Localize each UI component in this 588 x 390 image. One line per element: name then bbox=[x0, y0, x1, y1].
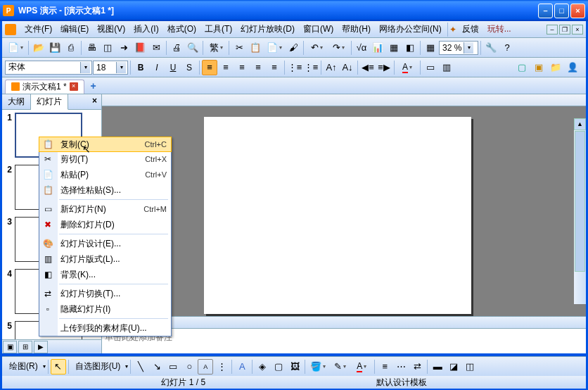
indent-button[interactable]: ≡▶ bbox=[376, 60, 392, 75]
select-button[interactable]: ↖ bbox=[51, 359, 66, 375]
add-tab-button[interactable]: + bbox=[87, 80, 100, 93]
bold-button[interactable]: B bbox=[133, 60, 148, 75]
vtext-button[interactable]: ⋮ bbox=[214, 359, 229, 375]
doc-close-button[interactable]: × bbox=[70, 82, 78, 91]
textcolor-button[interactable]: A bbox=[351, 359, 372, 375]
pdf-button[interactable]: 📕 bbox=[132, 40, 148, 56]
open-button[interactable]: 📂 bbox=[31, 40, 46, 56]
font-combo[interactable]: 宋体▾ bbox=[5, 61, 92, 75]
print-button[interactable]: 🖶 bbox=[84, 40, 99, 56]
mdi-restore[interactable]: ❐ bbox=[559, 25, 570, 34]
image-button[interactable]: 🖼 bbox=[287, 359, 302, 375]
cm-pastespecial[interactable]: 📋选择性粘贴(S)... bbox=[39, 182, 171, 198]
menu-format[interactable]: 格式(O) bbox=[163, 22, 200, 37]
align-center-button[interactable]: ≡ bbox=[218, 60, 234, 75]
mdi-minimize[interactable]: – bbox=[547, 25, 558, 34]
menu-slideshow[interactable]: 幻灯片放映(D) bbox=[236, 22, 299, 37]
menu-logo[interactable] bbox=[5, 24, 16, 35]
cm-background[interactable]: ◧背景(K)... bbox=[39, 267, 171, 282]
preview-button[interactable]: 🔍 bbox=[185, 40, 200, 56]
underline-button[interactable]: U bbox=[165, 60, 181, 75]
menu-window[interactable]: 窗口(W) bbox=[299, 22, 338, 37]
bullets-button[interactable]: ⋮≡ bbox=[287, 60, 302, 75]
menu-netspace[interactable]: 网络办公空间(N) bbox=[375, 22, 446, 37]
mail-button[interactable]: ✉ bbox=[148, 40, 164, 56]
lineweight-button[interactable]: ≡ bbox=[377, 359, 392, 375]
shadow-button[interactable]: S bbox=[181, 60, 197, 75]
maximize-button[interactable]: □ bbox=[554, 4, 569, 18]
menu-file[interactable]: 文件(F) bbox=[20, 22, 56, 37]
rect-button[interactable]: ▭ bbox=[165, 359, 181, 375]
tools-button[interactable]: 🔧 bbox=[483, 40, 499, 56]
cm-paste[interactable]: 📄粘贴(P)Ctrl+V bbox=[39, 167, 171, 182]
align-dist-button[interactable]: ≡ bbox=[267, 60, 282, 75]
autoshapes-menu[interactable]: 自选图形(U) bbox=[71, 359, 125, 374]
align-left-button[interactable]: ≡ bbox=[202, 60, 217, 75]
align-justify-button[interactable]: ≡ bbox=[250, 60, 266, 75]
print2-button[interactable]: 🖨 bbox=[169, 40, 184, 56]
undo-button[interactable]: ↶ bbox=[306, 40, 327, 56]
cm-transition[interactable]: ⇄幻灯片切换(T)... bbox=[39, 286, 171, 301]
sidetool3[interactable]: 📁 bbox=[548, 60, 563, 75]
3d-button[interactable]: ◫ bbox=[462, 359, 478, 375]
brush-button[interactable]: 🖌 bbox=[286, 40, 301, 56]
numbering-button[interactable]: ⋮≡ bbox=[303, 60, 319, 75]
new-button[interactable]: 📄 bbox=[5, 40, 26, 56]
sidetool2[interactable]: ▣ bbox=[531, 60, 547, 75]
align-right-button[interactable]: ≡ bbox=[234, 60, 250, 75]
decfont-button[interactable]: A↓ bbox=[340, 60, 355, 75]
cm-layout[interactable]: ▥幻灯片版式(L)... bbox=[39, 251, 171, 267]
arrow-button[interactable]: ↘ bbox=[149, 359, 165, 375]
shadow3d-button[interactable]: ◪ bbox=[446, 359, 461, 375]
horizontal-scrollbar[interactable] bbox=[102, 316, 586, 328]
fontsize-combo[interactable]: 18▾ bbox=[93, 61, 128, 75]
linecolor-button[interactable]: ✎ bbox=[329, 359, 350, 375]
lang-button[interactable]: 繁 bbox=[205, 40, 226, 56]
notes-pane[interactable]: 单击此处添加备注 bbox=[102, 328, 586, 353]
sidetool1[interactable]: ▢ bbox=[514, 60, 530, 75]
normal-view-button[interactable]: ▣ bbox=[3, 341, 17, 353]
redo-button[interactable]: ↷ bbox=[328, 40, 349, 56]
cm-hide[interactable]: ▫隐藏幻灯片(I) bbox=[39, 301, 171, 317]
table-button[interactable]: ▦ bbox=[386, 40, 402, 56]
equalheight-button[interactable]: ▬ bbox=[430, 359, 445, 375]
outline-tab[interactable]: 大纲 bbox=[2, 94, 31, 109]
fontcolor-button[interactable]: A bbox=[397, 60, 418, 75]
sorter-view-button[interactable]: ⊞ bbox=[18, 341, 32, 353]
zoom-combo[interactable]: 32 %▾ bbox=[439, 41, 478, 55]
cut-button[interactable]: ✂ bbox=[231, 40, 247, 56]
menu-feedback[interactable]: 反馈 bbox=[458, 22, 483, 37]
arrowstyle-button[interactable]: ⇄ bbox=[409, 359, 425, 375]
minimize-button[interactable]: – bbox=[538, 4, 553, 18]
menu-tools[interactable]: 工具(T) bbox=[200, 22, 236, 37]
grid-button[interactable]: ▦ bbox=[423, 40, 438, 56]
mdi-close[interactable]: × bbox=[572, 25, 583, 34]
oval-button[interactable]: ○ bbox=[181, 359, 197, 375]
menu-insert[interactable]: 插入(I) bbox=[129, 22, 162, 37]
cm-cut[interactable]: ✂剪切(T)Ctrl+X bbox=[39, 151, 171, 167]
gallery1-button[interactable]: ◈ bbox=[255, 359, 270, 375]
menu-toggle[interactable]: 玩转... bbox=[483, 22, 516, 37]
sidetool4[interactable]: 👤 bbox=[565, 60, 580, 75]
cm-newslide[interactable]: ▭新幻灯片(N)Ctrl+M bbox=[39, 201, 171, 217]
textbox-button[interactable]: A bbox=[198, 359, 213, 375]
export-button[interactable]: ➜ bbox=[116, 40, 132, 56]
incfont-button[interactable]: A↑ bbox=[324, 60, 339, 75]
cm-upload[interactable]: 上传到我的素材库(U)... bbox=[39, 320, 171, 336]
close-button[interactable]: × bbox=[570, 4, 585, 18]
menu-edit[interactable]: 编辑(E) bbox=[56, 22, 93, 37]
copy-button[interactable]: 📋 bbox=[248, 40, 263, 56]
cm-delete[interactable]: ✖删除幻灯片(D) bbox=[39, 217, 171, 232]
slides-tab[interactable]: 幻灯片 bbox=[31, 94, 68, 110]
save-button[interactable]: 💾 bbox=[47, 40, 63, 56]
chart-button[interactable]: 📊 bbox=[370, 40, 385, 56]
menu-view[interactable]: 视图(V) bbox=[93, 22, 129, 37]
italic-button[interactable]: I bbox=[149, 60, 165, 75]
outdent-button[interactable]: ◀≡ bbox=[360, 60, 376, 75]
template-button[interactable]: ◫ bbox=[100, 40, 115, 56]
draw-menu[interactable]: 绘图(R) bbox=[5, 359, 42, 374]
linestyle-button[interactable]: ⋯ bbox=[393, 359, 409, 375]
help-button[interactable]: ? bbox=[499, 40, 515, 56]
paste-button[interactable]: 📄 bbox=[264, 40, 285, 56]
panel-close-button[interactable]: × bbox=[88, 94, 101, 109]
